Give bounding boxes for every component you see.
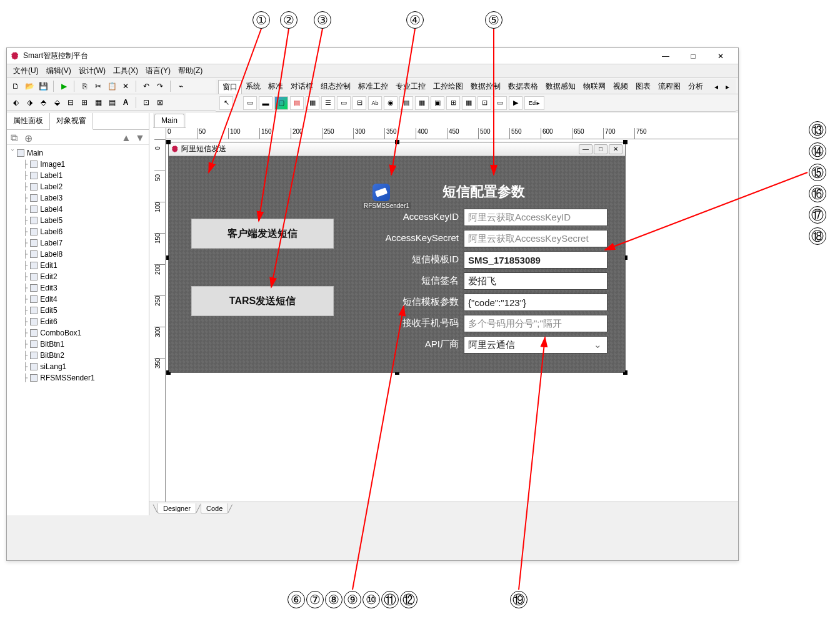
tree-node[interactable]: ├Label3 [8,192,148,204]
move-down-icon[interactable]: ▼ [135,132,145,142]
filter-icon[interactable]: ⧉ [11,132,21,142]
form-maximize-icon[interactable]: □ [594,144,608,154]
menu-file[interactable]: 文件(U) [9,64,42,77]
tree-root[interactable]: ˅ Main [8,147,148,159]
tree-node[interactable]: ├Edit6 [8,316,148,327]
tree-node[interactable]: ├Image1 [8,159,148,170]
palette-item-7[interactable]: ▭ [337,96,351,110]
align-right-icon[interactable]: ⬗ [23,96,36,109]
tree-node[interactable]: ├Edit1 [8,260,148,271]
maximize-button[interactable]: □ [679,49,707,64]
comp-tab-dialog[interactable]: 对话框 [287,80,317,93]
send-back-icon[interactable]: ▤ [106,96,118,109]
comp-tab-chart[interactable]: 图表 [632,80,654,93]
comp-tab-datactl[interactable]: 数据控制 [467,80,504,93]
pointer-icon[interactable]: ↖ [219,96,233,110]
undo-icon[interactable]: ↶ [140,80,152,92]
comp-tab-drawing[interactable]: 工控绘图 [429,80,467,93]
input-sign[interactable]: 爱招飞 [464,272,608,290]
tars-send-button[interactable]: TARS发送短信 [191,286,334,316]
align-center-h-icon[interactable]: ⊟ [64,96,77,109]
tree-node[interactable]: ├Label1 [8,170,148,181]
palette-item-edit[interactable]: Edi▸ [524,96,544,110]
input-accesskeyid[interactable]: 阿里云获取AccessKeyID [464,209,608,226]
key-icon[interactable]: ⌁ [174,80,187,92]
new-icon[interactable]: 🗋 [9,80,22,92]
group-icon[interactable]: ⊡ [140,96,152,109]
form-frame[interactable]: 阿里短信发送 — □ ✕ 客户端发送短信 TARS发送短信 RFSMSSende… [168,142,626,373]
select-vendor[interactable]: 阿里云通信 [464,336,608,354]
menu-help[interactable]: 帮助(Z) [174,64,206,77]
save-icon[interactable]: 💾 [37,80,49,92]
tree-node[interactable]: ├Label4 [8,204,148,215]
copy-icon[interactable]: ⎘ [78,80,91,92]
comp-tab-standard[interactable]: 标准 [264,80,287,93]
comp-tab-scroll-right-icon[interactable]: ▸ [722,81,733,92]
align-top-icon[interactable]: ⬘ [37,96,49,109]
comp-tab-proindus[interactable]: 专业工控 [392,80,429,93]
palette-item-14[interactable]: ⊞ [446,96,460,110]
palette-item-12[interactable]: ▦ [415,96,429,110]
menu-language[interactable]: 语言(Y) [142,64,174,77]
palette-item-5[interactable]: ▦ [306,96,319,110]
comp-tab-flow[interactable]: 流程图 [654,80,684,93]
tree-node[interactable]: ├Edit2 [8,271,148,282]
tree-node[interactable]: ├Edit3 [8,282,148,294]
palette-item-15[interactable]: ▦ [462,96,476,110]
tree-node[interactable]: ├Label5 [8,215,148,226]
designer-tab-main[interactable]: Main [154,114,184,127]
menu-tools[interactable]: 工具(X) [109,64,142,77]
tab-property-panel[interactable]: 属性面板 [7,113,50,129]
redo-icon[interactable]: ↷ [154,80,166,92]
expand-all-icon[interactable]: ⊕ [24,132,34,142]
comp-tab-window[interactable]: 窗口 [218,80,242,94]
input-phone[interactable]: 多个号码用分号";"隔开 [464,315,608,332]
tree-node[interactable]: ├ComboBox1 [8,327,148,339]
align-bottom-icon[interactable]: ⬙ [51,96,63,109]
align-left-icon[interactable]: ⬖ [9,96,22,109]
menu-edit[interactable]: 编辑(V) [42,64,75,77]
palette-item-11[interactable]: ▤ [399,96,413,110]
comp-tab-stdindus[interactable]: 标准工控 [354,80,392,93]
comp-tab-analysis[interactable]: 分析 [684,80,707,93]
client-send-button[interactable]: 客户端发送短信 [191,219,334,249]
form-close-icon[interactable]: ✕ [609,144,622,154]
palette-item-2[interactable]: ▬ [259,96,272,110]
input-accesskeysecret[interactable]: 阿里云获取AccessKeySecret [464,230,608,247]
align-center-v-icon[interactable]: ⊞ [78,96,91,109]
tree-node[interactable]: ├RFSMSSender1 [8,372,148,384]
palette-item-13[interactable]: ▣ [431,96,444,110]
form-minimize-icon[interactable]: — [579,144,592,154]
palette-item-4[interactable]: ▤ [290,96,304,110]
palette-item-6[interactable]: ☰ [321,96,335,110]
palette-item-16[interactable]: ⊡ [478,96,491,110]
tab-object-tree[interactable]: 对象视窗 [50,113,93,130]
palette-item-18[interactable]: ▶ [509,96,522,110]
tree-node[interactable]: ├Edit4 [8,294,148,305]
move-up-icon[interactable]: ▲ [121,132,131,142]
comp-tab-iot[interactable]: 物联网 [579,80,609,93]
input-template-param[interactable]: {"code":"123"} [464,294,608,311]
cut-icon[interactable]: ✂ [92,80,104,92]
comp-tab-scada[interactable]: 组态控制 [317,80,354,93]
tab-designer[interactable]: Designer [158,503,196,514]
tree-node[interactable]: ├Label2 [8,181,148,192]
tree-node[interactable]: ├BitBtn2 [8,350,148,361]
palette-item-1[interactable]: ▭ [243,96,257,110]
comp-tab-video[interactable]: 视频 [609,80,632,93]
tab-code[interactable]: Code [201,503,228,514]
comp-tab-scroll-left-icon[interactable]: ◂ [711,81,722,92]
palette-item-3[interactable]: ▢ [274,96,288,110]
input-template-id[interactable]: SMS_171853089 [464,251,608,269]
palette-item-10[interactable]: ◉ [384,96,398,110]
palette-item-8[interactable]: ⊟ [352,96,366,110]
open-icon[interactable]: 📂 [23,80,36,92]
delete-icon[interactable]: ✕ [119,80,132,92]
tree-node[interactable]: ├Label7 [8,237,148,249]
tree-node[interactable]: ├Label8 [8,249,148,260]
ungroup-icon[interactable]: ⊠ [154,96,166,109]
bring-front-icon[interactable]: ▦ [92,96,104,109]
text-icon[interactable]: A [119,96,132,109]
paste-icon[interactable]: 📋 [106,80,118,92]
tree-node[interactable]: ├BitBtn1 [8,339,148,350]
